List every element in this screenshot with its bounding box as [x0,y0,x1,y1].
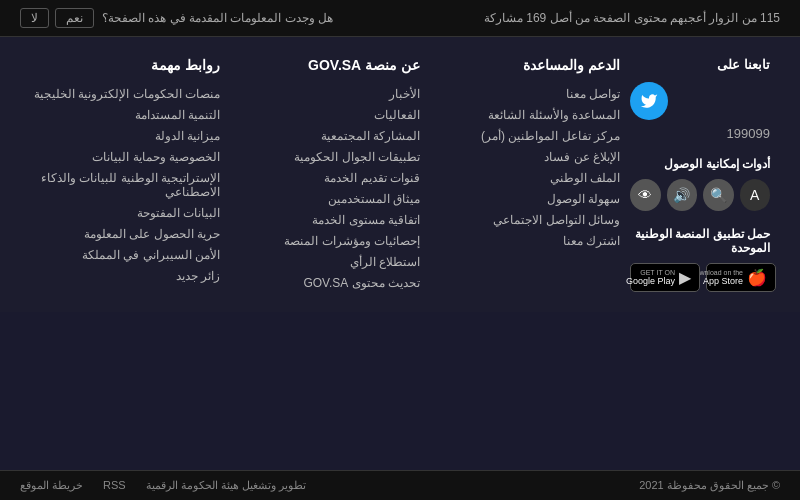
link-item[interactable]: وسائل التواصل الاجتماعي [430,213,620,227]
feedback-question: هل وجدت المعلومات المقدمة في هذه الصفحة؟ [102,11,333,25]
googleplay-sub: GET IT ON [640,269,675,276]
twitter-button[interactable] [630,82,668,120]
googleplay-name: Google Play [626,276,675,286]
about-gov-title: عن منصة GOV.SA [230,57,420,73]
apple-icon: 🍎 [747,268,767,287]
visitors-text: 115 من الزوار أعجبهم محتوى الصفحة من أصل… [484,11,780,25]
link-item[interactable]: زائر جديد [30,269,220,283]
link-item[interactable]: استطلاع الرأي [230,255,420,269]
link-item[interactable]: منصات الحكومات الإلكترونية الخليجية [30,87,220,101]
footer-links: تطوير وتشغيل هيئة الحكومة الرقمية RSS خر… [20,479,306,492]
appstore-name: App Store [703,276,743,286]
top-bar: 115 من الزوار أعجبهم محتوى الصفحة من أصل… [0,0,800,37]
visitors-info: 115 من الزوار أعجبهم محتوى الصفحة من أصل… [484,11,780,25]
link-item[interactable]: تحديث محتوى GOV.SA [230,276,420,290]
link-item[interactable]: التنمية المستدامة [30,108,220,122]
googleplay-badge[interactable]: ▶ GET IT ON Google Play [630,263,700,292]
googleplay-text: GET IT ON Google Play [626,269,675,286]
important-links-title: روابط مهمة [30,57,220,73]
link-item[interactable]: الأمن السيبراني في المملكة [30,248,220,262]
link-item[interactable]: إحصائيات ومؤشرات المنصة [230,234,420,248]
link-item[interactable]: حرية الحصول على المعلومة [30,227,220,241]
link-item[interactable]: الإبلاغ عن فساد [430,150,620,164]
feedback-section: هل وجدت المعلومات المقدمة في هذه الصفحة؟… [20,8,333,28]
link-item[interactable]: الفعاليات [230,108,420,122]
sitemap-link[interactable]: خريطة الموقع [20,479,83,492]
phone-number: 199099 [630,126,770,141]
link-item[interactable]: المساعدة والأسئلة الشائعة [430,108,620,122]
link-item[interactable]: اتفاقية مستوى الخدمة [230,213,420,227]
access-title: أدوات إمكانية الوصول [630,157,770,171]
rss-link[interactable]: RSS [103,479,126,492]
appstore-badge[interactable]: 🍎 Download on the App Store [706,263,776,292]
about-gov-column: عن منصة GOV.SA الأخبار الفعاليات المشارك… [230,57,420,292]
sound-button[interactable]: 🔊 [667,179,698,211]
eye-button[interactable]: 👁 [630,179,661,211]
link-item[interactable]: المشاركة المجتمعية [230,129,420,143]
follow-title: تابعنا على [630,57,770,72]
support-column: الدعم والمساعدة تواصل معنا المساعدة والأ… [430,57,620,292]
store-badges: 🍎 Download on the App Store ▶ GET IT ON … [630,263,770,292]
link-item[interactable]: ميثاق المستخدمين [230,192,420,206]
link-item[interactable]: ميزانية الدولة [30,129,220,143]
zoom-button[interactable]: 🔍 [703,179,734,211]
contrast-button[interactable]: A [740,179,771,211]
accessibility-tools: A 🔍 🔊 👁 [630,179,770,211]
yes-button[interactable]: نعم [55,8,94,28]
link-item[interactable]: البيانات المفتوحة [30,206,220,220]
main-footer: روابط مهمة منصات الحكومات الإلكترونية ال… [0,37,800,312]
link-item[interactable]: الإستراتيجية الوطنية للبيانات والذكاء ال… [30,171,220,199]
app-download-title: حمل تطبيق المنصة الوطنية الموحدة [630,227,770,255]
bottom-footer: © جميع الحقوق محفوظة 2021 تطوير وتشغيل ه… [0,470,800,500]
link-item[interactable]: سهولة الوصول [430,192,620,206]
support-list: تواصل معنا المساعدة والأسئلة الشائعة مرك… [430,87,620,248]
yes-no-buttons: نعم لا [20,8,94,28]
twitter-icon [640,92,658,110]
about-gov-list: الأخبار الفعاليات المشاركة المجتمعية تطب… [230,87,420,290]
link-item[interactable]: اشترك معنا [430,234,620,248]
link-item[interactable]: الملف الوطني [430,171,620,185]
link-item[interactable]: تطبيقات الجوال الحكومية [230,150,420,164]
link-item[interactable]: تواصل معنا [430,87,620,101]
social-column: تابعنا على 199099 أدوات إمكانية الوصول A… [630,57,770,292]
important-links-list: منصات الحكومات الإلكترونية الخليجية التن… [30,87,220,283]
link-item[interactable]: الخصوصية وحماية البيانات [30,150,220,164]
twitter-wrapper [630,82,770,120]
no-button[interactable]: لا [20,8,49,28]
important-links-column: روابط مهمة منصات الحكومات الإلكترونية ال… [30,57,220,292]
copyright: © جميع الحقوق محفوظة 2021 [639,479,780,492]
link-item[interactable]: الأخبار [230,87,420,101]
link-item[interactable]: مركز تفاعل المواطنين (أمر) [430,129,620,143]
link-item[interactable]: قنوات تقديم الخدمة [230,171,420,185]
gov-digital-link[interactable]: تطوير وتشغيل هيئة الحكومة الرقمية [146,479,306,492]
support-title: الدعم والمساعدة [430,57,620,73]
google-play-icon: ▶ [679,268,691,287]
